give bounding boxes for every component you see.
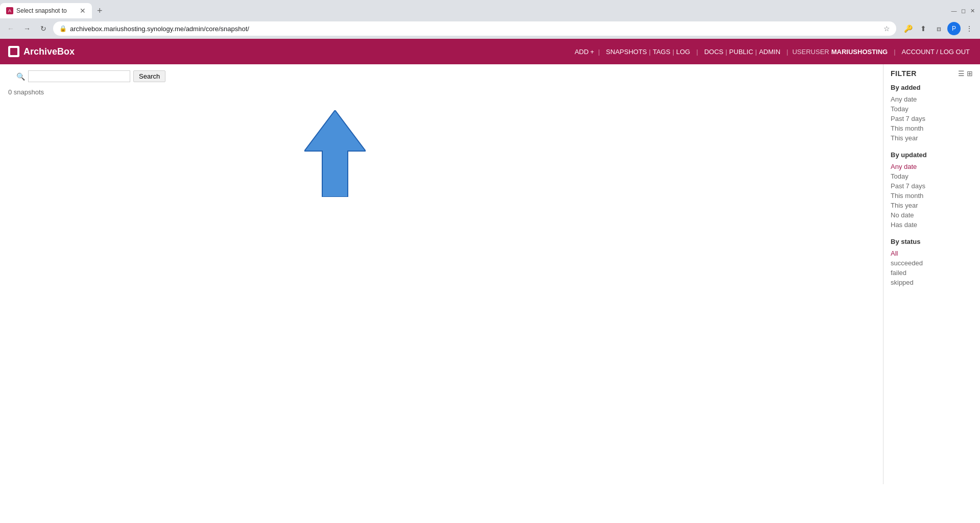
forward-button[interactable]: → [20, 22, 34, 35]
add-button[interactable]: ADD + [575, 48, 594, 56]
browser-chrome: A Select snapshot to ✕ + — ◻ ✕ ← → ↻ 🔒 a… [0, 0, 980, 39]
app-name: ArchiveBox [23, 46, 75, 57]
filter-status-skipped[interactable]: skipped [891, 278, 973, 287]
app-logo-box [10, 48, 17, 55]
search-icon: 🔍 [16, 72, 25, 81]
reload-button[interactable]: ↻ [37, 22, 50, 35]
filter-added-this-month[interactable]: This month [891, 123, 973, 133]
filter-status-succeeded[interactable]: succeeded [891, 258, 973, 268]
tab-bar: A Select snapshot to ✕ + — ◻ ✕ [0, 0, 980, 18]
filter-view-icons: ☰ ⊞ [958, 69, 973, 78]
grid-view-icon[interactable]: ⊞ [967, 69, 973, 78]
app-header: ArchiveBox ADD + | SNAPSHOTS | TAGS | LO… [0, 39, 980, 64]
main-content: 🔍 Search 0 snapshots [0, 64, 883, 484]
filter-updated-this-month[interactable]: This month [891, 191, 973, 201]
window-minimize-button[interactable]: — [950, 7, 958, 14]
user-prefix-label: USER [811, 48, 829, 56]
nav-docs[interactable]: DOCS [702, 48, 726, 56]
window-close-button[interactable]: ✕ [969, 7, 976, 14]
filter-header: FILTER ☰ ⊞ [891, 69, 973, 78]
profile-button[interactable]: P [947, 22, 961, 35]
filter-by-status-title: By status [891, 238, 973, 245]
username-link[interactable]: MARIUSHOSTING [829, 48, 890, 56]
nav-log[interactable]: LOG [674, 48, 692, 56]
list-view-icon[interactable]: ☰ [958, 69, 965, 78]
filter-title: FILTER [891, 69, 917, 78]
filter-updated-today[interactable]: Today [891, 171, 973, 181]
nav-snapshots[interactable]: SNAPSHOTS [604, 48, 649, 56]
filter-added-past7days[interactable]: Past 7 days [891, 114, 973, 123]
app-nav: ADD + | SNAPSHOTS | TAGS | LOG | DOCS | … [575, 48, 972, 56]
extensions-icon[interactable]: ⧈ [932, 22, 945, 35]
tab-favicon: A [6, 7, 13, 14]
window-controls: — ◻ ✕ [950, 7, 980, 14]
filter-by-added-title: By added [891, 84, 973, 91]
filter-by-added-section: By added Any date Today Past 7 days This… [891, 84, 973, 143]
filter-added-any-date[interactable]: Any date [891, 94, 973, 104]
filter-by-updated-section: By updated Any date Today Past 7 days Th… [891, 151, 973, 230]
filter-panel: FILTER ☰ ⊞ By added Any date Today Past … [883, 64, 980, 484]
browser-tab[interactable]: A Select snapshot to ✕ [0, 3, 92, 18]
search-button[interactable]: Search [133, 70, 165, 82]
filter-added-this-year[interactable]: This year [891, 133, 973, 143]
filter-updated-past7days[interactable]: Past 7 days [891, 181, 973, 191]
filter-updated-has-date[interactable]: Has date [891, 220, 973, 230]
account-logout-link[interactable]: ACCOUNT / LOG OUT [900, 48, 972, 56]
filter-status-failed[interactable]: failed [891, 268, 973, 278]
share-icon[interactable]: ⬆ [917, 22, 930, 35]
nav-public[interactable]: PUBLIC [727, 48, 755, 56]
secure-icon: 🔒 [59, 25, 67, 32]
app-logo[interactable]: ArchiveBox [8, 46, 75, 57]
url-bar[interactable]: 🔒 archivebox.mariushosting.synology.me/a… [53, 21, 896, 36]
window-restore-button[interactable]: ◻ [960, 7, 967, 14]
browser-menu-button[interactable]: ⋮ [963, 22, 976, 35]
filter-by-updated-title: By updated [891, 151, 973, 159]
url-text: archivebox.mariushosting.synology.me/adm… [70, 25, 880, 33]
address-bar: ← → ↻ 🔒 archivebox.mariushosting.synolog… [0, 18, 980, 39]
filter-status-all[interactable]: All [891, 248, 973, 258]
search-area: 🔍 Search [8, 64, 875, 88]
filter-updated-no-date[interactable]: No date [891, 210, 973, 220]
search-input[interactable] [28, 70, 130, 82]
blue-arrow-icon [304, 110, 366, 197]
key-icon[interactable]: 🔑 [901, 22, 915, 35]
filter-updated-any-date[interactable]: Any date [891, 162, 973, 171]
browser-extras: 🔑 ⬆ ⧈ P ⋮ [901, 22, 976, 35]
tab-close-button[interactable]: ✕ [80, 7, 86, 14]
nav-admin[interactable]: ADMIN [757, 48, 782, 56]
svg-marker-0 [304, 110, 366, 197]
user-prefix: USER [792, 48, 810, 56]
new-tab-button[interactable]: + [94, 6, 106, 16]
bookmark-icon[interactable]: ☆ [883, 24, 890, 33]
filter-added-today[interactable]: Today [891, 104, 973, 114]
filter-updated-this-year[interactable]: This year [891, 201, 973, 210]
filter-by-status-section: By status All succeeded failed skipped [891, 238, 973, 287]
app-logo-icon [8, 46, 19, 57]
back-button[interactable]: ← [4, 22, 17, 35]
nav-tags[interactable]: TAGS [651, 48, 672, 56]
content-wrapper: 🔍 Search 0 snapshots FILTER ☰ ⊞ By added… [0, 64, 980, 484]
snapshot-count: 0 snapshots [8, 88, 875, 100]
tab-title: Select snapshot to [16, 7, 77, 14]
